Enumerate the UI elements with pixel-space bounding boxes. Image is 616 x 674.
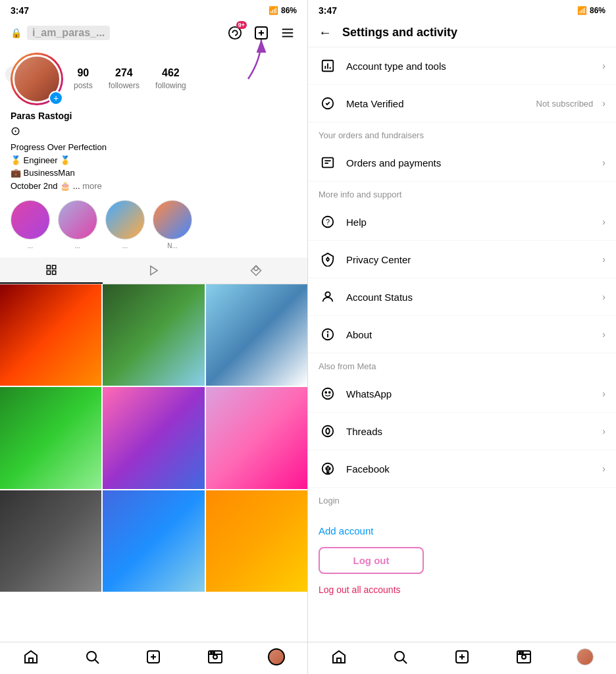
settings-list: Account type and tools › Meta Verified N… <box>308 47 616 642</box>
highlight-circle-1 <box>11 200 50 240</box>
right-status-icons: 📶 86% <box>577 6 605 15</box>
chevron-icon: › <box>602 61 605 71</box>
logout-button[interactable]: Log out <box>319 547 424 574</box>
about-icon <box>319 325 337 344</box>
bio-line4: October 2nd 🎂 ... more <box>11 181 102 191</box>
svg-point-53 <box>522 655 526 659</box>
left-time: 3:47 <box>11 5 29 16</box>
svg-point-47 <box>395 652 404 661</box>
svg-rect-7 <box>52 265 55 269</box>
svg-point-55 <box>519 652 521 654</box>
signal-icon: 📶 <box>269 6 278 15</box>
settings-item-whatsapp[interactable]: WhatsApp › <box>308 375 616 413</box>
photo-2[interactable] <box>103 284 204 386</box>
left-panel: 3:47 📶 86% 🔒 i_am_paras_... 9+ <box>0 0 308 674</box>
settings-item-meta-verified[interactable]: Meta Verified Not subscribed › <box>308 85 616 122</box>
logout-all-button[interactable]: Log out all accounts <box>319 579 605 600</box>
settings-item-account-type[interactable]: Account type and tools › <box>308 47 616 85</box>
grid-section <box>0 257 307 642</box>
nav-search[interactable] <box>83 648 101 666</box>
photo-9[interactable] <box>206 490 307 592</box>
nav-profile[interactable] <box>267 648 286 666</box>
whatsapp-icon <box>319 384 337 403</box>
settings-item-help[interactable]: ? Help › <box>308 203 616 241</box>
left-top-nav: 🔒 i_am_paras_... 9+ <box>0 18 307 47</box>
threads-chevron: › <box>602 426 605 436</box>
svg-line-15 <box>95 660 99 664</box>
settings-item-threads[interactable]: Threads › <box>308 413 616 450</box>
account-status-chevron: › <box>602 292 605 302</box>
highlight-4[interactable]: N... <box>153 200 192 249</box>
right-nav-search[interactable] <box>391 648 409 666</box>
right-nav-reels[interactable] <box>515 648 533 666</box>
photo-3[interactable] <box>206 284 307 386</box>
facebook-chevron: › <box>602 463 605 474</box>
back-button[interactable]: ← <box>319 25 332 40</box>
right-nav-add[interactable] <box>453 648 471 666</box>
settings-item-privacy[interactable]: Privacy Center › <box>308 241 616 278</box>
highlight-circle-3 <box>105 200 145 240</box>
meta-section-label: Also from Meta <box>308 353 616 375</box>
threads-icon-btn[interactable]: 9+ <box>226 24 244 42</box>
meta-verified-label: Meta Verified <box>346 98 527 109</box>
tab-posts[interactable] <box>0 257 103 284</box>
orders-icon <box>319 153 337 172</box>
orders-label: Orders and payments <box>346 157 593 168</box>
add-to-story-btn[interactable]: + <box>49 91 63 105</box>
facebook-label: Facebook <box>346 463 593 475</box>
highlights-row: ... ... ... N... <box>0 192 307 257</box>
posts-stat[interactable]: 90 posts <box>74 67 93 91</box>
about-chevron: › <box>602 329 605 340</box>
nav-reels[interactable] <box>206 648 224 666</box>
photo-7[interactable] <box>0 490 101 592</box>
settings-item-about[interactable]: About › <box>308 316 616 353</box>
svg-point-43 <box>329 392 330 393</box>
bio-line2: 🥇 Engineer 🥇 <box>11 155 70 165</box>
whatsapp-label: WhatsApp <box>346 388 593 400</box>
svg-point-14 <box>87 652 96 661</box>
nav-home[interactable] <box>22 648 40 666</box>
right-battery-text: 86% <box>590 6 605 15</box>
highlight-2[interactable]: ... <box>58 200 97 249</box>
battery-text: 86% <box>281 6 297 15</box>
chart-icon <box>319 57 337 75</box>
more-link[interactable]: more <box>82 181 102 191</box>
svg-rect-46 <box>337 658 341 663</box>
avatar-wrapper: + <box>11 53 63 105</box>
photo-4[interactable] <box>0 387 101 488</box>
right-status-bar: 3:47 📶 86% <box>308 0 616 18</box>
tab-tagged[interactable] <box>205 257 307 284</box>
photo-8[interactable] <box>103 490 204 592</box>
not-subscribed-text: Not subscribed <box>536 99 594 109</box>
right-nav-profile[interactable] <box>576 648 594 666</box>
settings-title: Settings and activity <box>342 26 457 39</box>
followers-count: 274 <box>109 67 140 79</box>
privacy-label: Privacy Center <box>346 254 593 265</box>
add-post-btn[interactable] <box>252 24 270 42</box>
svg-rect-13 <box>29 658 33 663</box>
account-status-label: Account Status <box>346 292 593 303</box>
settings-item-account-status[interactable]: Account Status › <box>308 278 616 316</box>
highlight-3[interactable]: ... <box>105 200 145 249</box>
posts-count: 90 <box>74 67 93 79</box>
followers-label: followers <box>109 81 140 90</box>
svg-rect-8 <box>47 271 50 274</box>
hamburger-btn[interactable] <box>278 24 297 42</box>
photo-1[interactable] <box>0 284 101 386</box>
settings-item-facebook[interactable]: Facebook › <box>308 450 616 488</box>
following-stat[interactable]: 462 following <box>155 67 186 91</box>
svg-point-41 <box>322 388 334 400</box>
photo-6[interactable] <box>206 387 307 488</box>
notification-badge: 9+ <box>236 21 247 29</box>
add-account-button[interactable]: Add account <box>319 520 605 542</box>
photo-5[interactable] <box>103 387 204 488</box>
right-nav-home[interactable] <box>330 648 348 666</box>
right-bottom-nav <box>308 642 616 674</box>
nav-add[interactable] <box>144 648 163 666</box>
tab-reels[interactable] <box>103 257 205 284</box>
bio-line1: Progress Over Perfection <box>11 142 107 152</box>
settings-item-orders[interactable]: Orders and payments › <box>308 144 616 182</box>
top-icons: 9+ <box>226 24 297 42</box>
highlight-1[interactable]: ... <box>11 200 50 249</box>
followers-stat[interactable]: 274 followers <box>109 67 140 91</box>
